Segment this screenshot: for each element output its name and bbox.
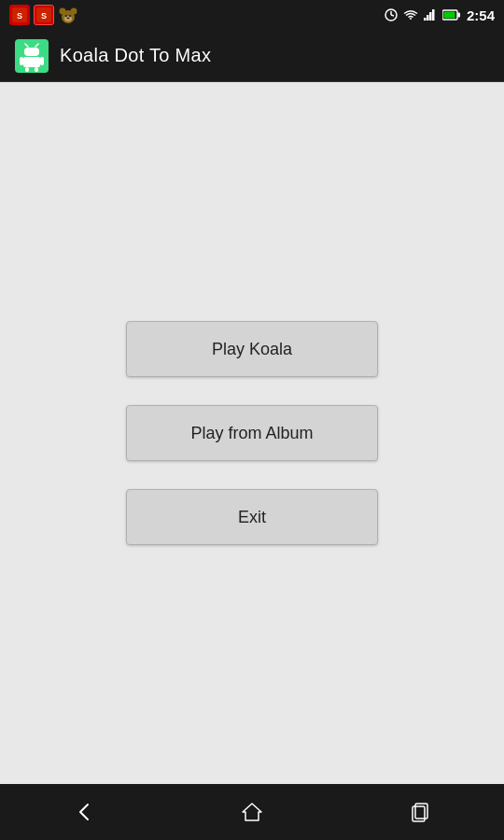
nav-bar <box>0 784 504 840</box>
back-button[interactable] <box>56 784 112 840</box>
recents-button[interactable] <box>392 784 448 840</box>
svg-rect-28 <box>24 48 39 56</box>
svg-rect-14 <box>424 18 427 21</box>
status-bar: S S <box>0 0 504 30</box>
bear-icon <box>58 5 78 25</box>
app-bar: Koala Dot To Max <box>0 30 504 82</box>
svg-rect-15 <box>427 15 429 21</box>
play-from-album-button[interactable]: Play from Album <box>126 405 378 461</box>
svg-rect-17 <box>432 9 435 21</box>
button-container: Play Koala Play from Album Exit <box>19 321 485 545</box>
battery-icon <box>442 9 461 21</box>
home-icon <box>239 799 265 825</box>
signal-icon <box>424 9 437 21</box>
svg-rect-30 <box>20 57 23 65</box>
svg-line-13 <box>391 15 394 16</box>
wifi-icon <box>403 9 418 21</box>
app-title: Koala Dot To Max <box>60 45 211 66</box>
status-bar-right: 2:54 <box>385 7 495 23</box>
svg-rect-33 <box>35 67 38 72</box>
svg-rect-31 <box>40 57 44 65</box>
svg-rect-20 <box>443 12 455 19</box>
exit-button[interactable]: Exit <box>126 489 378 545</box>
svg-rect-32 <box>25 67 29 72</box>
svg-rect-29 <box>23 57 40 67</box>
time-display: 2:54 <box>467 7 495 23</box>
clock-icon <box>385 8 398 21</box>
play-koala-button[interactable]: Play Koala <box>126 321 378 377</box>
recents-icon <box>407 799 433 825</box>
svg-rect-19 <box>457 13 460 18</box>
sina-icon-1: S <box>9 5 30 25</box>
svg-point-10 <box>67 18 70 20</box>
svg-point-8 <box>65 15 67 17</box>
svg-text:S: S <box>41 11 47 21</box>
main-content: Play Koala Play from Album Exit <box>0 82 504 784</box>
svg-rect-16 <box>429 12 432 21</box>
svg-point-9 <box>69 15 71 17</box>
home-button[interactable] <box>224 784 280 840</box>
status-bar-left: S S <box>9 5 78 25</box>
svg-text:S: S <box>17 11 22 21</box>
app-logo-icon <box>15 39 49 73</box>
sina-icon-2: S <box>34 5 54 25</box>
back-icon <box>71 799 97 825</box>
